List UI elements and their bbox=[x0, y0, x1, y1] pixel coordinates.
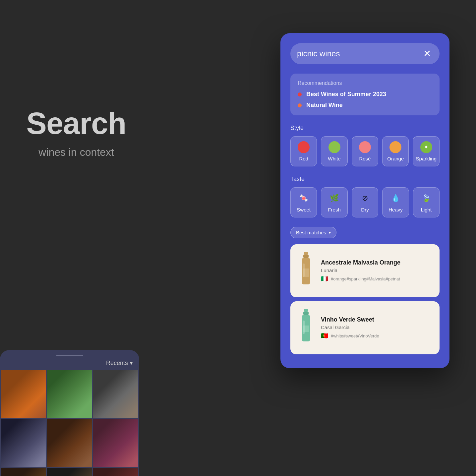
recommendation-item[interactable]: Natural Wine bbox=[298, 102, 432, 109]
hero-title: Search bbox=[27, 106, 126, 141]
svg-rect-5 bbox=[304, 309, 308, 312]
filter-label-light: Light bbox=[421, 207, 432, 212]
wine-name: Vinho Verde Sweet bbox=[321, 316, 432, 323]
search-bar[interactable]: picnic wines ✕ bbox=[290, 43, 440, 64]
recents-label: Recents bbox=[106, 360, 128, 367]
sparkling-wine-icon: ✦ bbox=[420, 141, 432, 153]
filter-btn-sparkling[interactable]: ✦ Sparkling bbox=[413, 136, 440, 166]
photo-cell bbox=[1, 419, 46, 467]
filter-label-sweet: Sweet bbox=[297, 207, 311, 212]
filter-label-dry: Dry bbox=[361, 207, 369, 212]
tag-text: #white#sweet#VinoVerde bbox=[331, 333, 379, 338]
svg-rect-4 bbox=[303, 268, 309, 277]
rec-item-label: Natural Wine bbox=[306, 102, 343, 109]
sort-arrow-icon: ▾ bbox=[329, 230, 331, 235]
filter-btn-light[interactable]: 🍃 Light bbox=[413, 187, 440, 217]
sweet-taste-icon: 🍬 bbox=[298, 192, 310, 204]
recents-header: Recents ▾ bbox=[0, 360, 139, 370]
app-modal: picnic wines ✕ Recommendations Best Wine… bbox=[280, 33, 449, 368]
rose-wine-icon bbox=[359, 141, 371, 153]
chevron-down-icon: ▾ bbox=[130, 360, 133, 366]
photo-grid bbox=[0, 370, 139, 476]
photo-cell bbox=[93, 468, 138, 476]
photo-cell bbox=[1, 468, 46, 476]
filter-btn-orange[interactable]: Orange bbox=[382, 136, 409, 166]
close-icon: ✕ bbox=[423, 49, 431, 58]
tag-text: #orange#sparkling#Malvasia#petnat bbox=[331, 276, 400, 281]
filter-label-white: White bbox=[328, 156, 340, 161]
bottle-svg bbox=[299, 252, 313, 290]
wine-card-1[interactable]: Ancestrale Malvasia Orange Lunaria 🇮🇹 #o… bbox=[290, 244, 440, 297]
wine-tags: 🇵🇹 #white#sweet#VinoVerde bbox=[321, 332, 432, 339]
flag-icon: 🇵🇹 bbox=[321, 332, 328, 339]
filter-btn-sweet[interactable]: 🍬 Sweet bbox=[290, 187, 317, 217]
sort-chip[interactable]: Best matches ▾ bbox=[290, 227, 336, 238]
filter-btn-white[interactable]: White bbox=[321, 136, 347, 166]
filter-btn-heavy[interactable]: 💧 Heavy bbox=[382, 187, 409, 217]
wine-bottle-image bbox=[298, 251, 314, 291]
red-wine-icon bbox=[298, 141, 310, 153]
photo-cell bbox=[93, 419, 138, 467]
taste-section-label: Taste bbox=[290, 176, 440, 183]
photo-cell bbox=[47, 370, 92, 418]
fresh-taste-icon: 🌿 bbox=[328, 192, 340, 204]
bottle-svg bbox=[299, 309, 313, 347]
photo-cell bbox=[47, 468, 92, 476]
phone-mockup: Recents ▾ bbox=[0, 350, 139, 476]
recommendations-box: Recommendations Best Wines of Summer 202… bbox=[290, 74, 440, 115]
wine-name: Ancestrale Malvasia Orange bbox=[321, 259, 432, 266]
white-wine-icon bbox=[328, 141, 340, 153]
rec-dot-icon bbox=[298, 103, 302, 107]
svg-rect-0 bbox=[304, 252, 308, 255]
wine-bottle-image bbox=[298, 308, 314, 348]
taste-filter-row: 🍬 Sweet 🌿 Fresh ⊘ Dry 💧 Heavy 🍃 Light bbox=[290, 187, 440, 217]
wine-info: Vinho Verde Sweet Casal Garcia 🇵🇹 #white… bbox=[321, 316, 432, 339]
wine-info: Ancestrale Malvasia Orange Lunaria 🇮🇹 #o… bbox=[321, 259, 432, 282]
svg-rect-9 bbox=[303, 326, 309, 332]
recommendations-title: Recommendations bbox=[298, 80, 432, 86]
hero-subtitle: wines in context bbox=[38, 146, 114, 158]
wine-tags: 🇮🇹 #orange#sparkling#Malvasia#petnat bbox=[321, 275, 432, 282]
svg-rect-1 bbox=[303, 255, 309, 258]
light-taste-icon: 🍃 bbox=[420, 192, 432, 204]
filter-label-fresh: Fresh bbox=[328, 207, 340, 212]
filter-label-sparkling: Sparkling bbox=[416, 156, 437, 161]
photo-cell bbox=[1, 370, 46, 418]
filter-btn-fresh[interactable]: 🌿 Fresh bbox=[321, 187, 347, 217]
filter-label-red: Red bbox=[299, 156, 308, 161]
filter-btn-dry[interactable]: ⊘ Dry bbox=[352, 187, 378, 217]
filter-btn-rose[interactable]: Rosé bbox=[352, 136, 378, 166]
wine-producer: Casal Garcia bbox=[321, 325, 432, 330]
orange-wine-icon bbox=[389, 141, 401, 153]
sort-label: Best matches bbox=[296, 230, 326, 235]
sort-row: Best matches ▾ bbox=[290, 227, 440, 238]
photo-cell bbox=[47, 419, 92, 467]
svg-rect-6 bbox=[303, 312, 309, 315]
rec-dot-icon bbox=[298, 92, 302, 96]
flag-icon: 🇮🇹 bbox=[321, 275, 328, 282]
recommendation-item[interactable]: Best Wines of Summer 2023 bbox=[298, 91, 432, 98]
filter-btn-red[interactable]: Red bbox=[290, 136, 317, 166]
close-button[interactable]: ✕ bbox=[421, 48, 433, 60]
filter-label-heavy: Heavy bbox=[388, 207, 403, 212]
search-input[interactable]: picnic wines bbox=[297, 49, 421, 58]
photo-cell bbox=[93, 370, 138, 418]
filter-label-rose: Rosé bbox=[359, 156, 371, 161]
dry-taste-icon: ⊘ bbox=[359, 192, 371, 204]
style-filter-row: Red White Rosé Orange ✦ Sparkling bbox=[290, 136, 440, 166]
filter-label-orange: Orange bbox=[387, 156, 404, 161]
style-section-label: Style bbox=[290, 125, 440, 132]
phone-handle bbox=[56, 355, 83, 356]
wine-producer: Lunaria bbox=[321, 268, 432, 273]
wine-card-2[interactable]: Vinho Verde Sweet Casal Garcia 🇵🇹 #white… bbox=[290, 301, 440, 354]
heavy-taste-icon: 💧 bbox=[389, 192, 401, 204]
rec-item-label: Best Wines of Summer 2023 bbox=[306, 91, 386, 98]
